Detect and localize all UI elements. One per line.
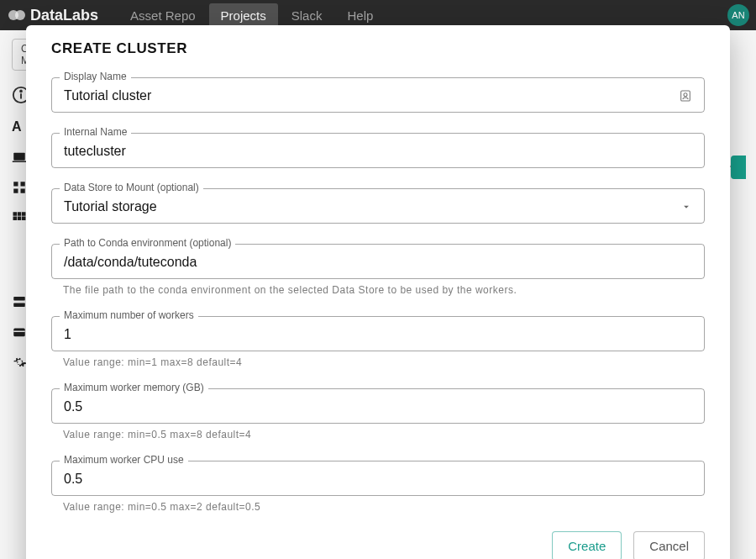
input-max-cpu[interactable]: [64, 472, 692, 487]
input-display-name[interactable]: [64, 88, 679, 103]
modal-overlay: CREATE CLUSTER Display Name Internal Nam…: [0, 0, 756, 559]
helper-max-memory: Value range: min=0.5 max=8 default=4: [63, 429, 705, 440]
dialog-title: CREATE CLUSTER: [51, 40, 705, 57]
field-max-memory: Maximum worker memory (GB): [51, 388, 705, 424]
select-data-store-value[interactable]: [64, 199, 680, 214]
dialog-actions: Create Cancel: [51, 531, 705, 559]
helper-conda-path: The file path to the conda environment o…: [63, 284, 705, 296]
field-max-cpu: Maximum worker CPU use: [51, 461, 705, 496]
svg-rect-21: [681, 91, 690, 101]
field-internal-name: Internal Name: [51, 133, 705, 168]
create-button[interactable]: Create: [552, 531, 622, 559]
helper-max-workers: Value range: min=1 max=8 default=4: [63, 356, 705, 368]
field-display-name: Display Name: [51, 77, 705, 113]
contact-card-icon: [679, 89, 692, 103]
input-max-workers[interactable]: [64, 327, 692, 342]
field-conda-path: Path to Conda environment (optional): [51, 244, 705, 279]
cancel-button[interactable]: Cancel: [633, 531, 705, 559]
create-cluster-dialog: CREATE CLUSTER Display Name Internal Nam…: [26, 25, 730, 559]
input-internal-name[interactable]: [64, 144, 692, 159]
svg-point-22: [684, 93, 687, 97]
select-data-store[interactable]: [51, 188, 705, 224]
chevron-down-icon: [680, 201, 692, 213]
input-conda-path[interactable]: [64, 255, 692, 270]
input-max-memory[interactable]: [64, 399, 692, 414]
helper-max-cpu: Value range: min=0.5 max=2 default=0.5: [63, 501, 705, 513]
field-max-workers: Maximum number of workers: [51, 316, 705, 351]
field-data-store: Data Store to Mount (optional): [51, 188, 705, 224]
